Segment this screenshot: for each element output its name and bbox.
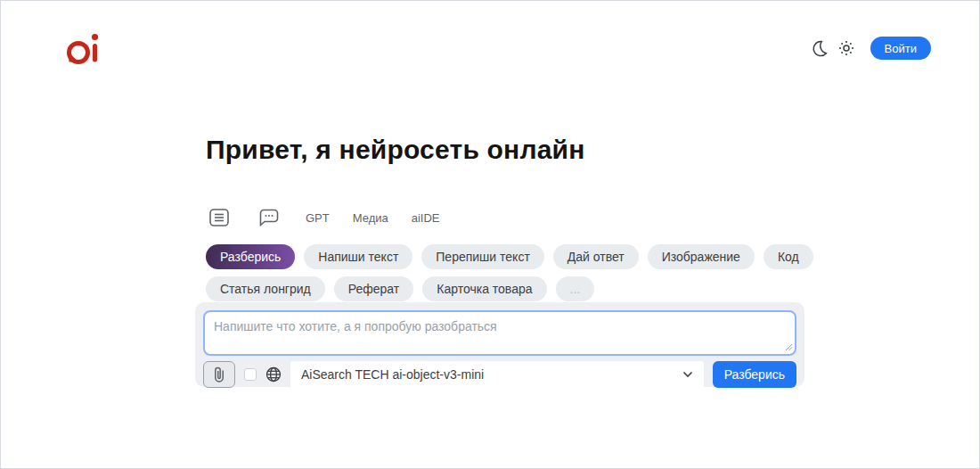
pill-statya-longrid[interactable]: Статья лонгрид <box>206 276 325 301</box>
model-select-value: AiSearch TECH ai-object-v3-mini <box>301 367 484 382</box>
mode-tabs: GPT Медиа aiIDE <box>206 205 804 230</box>
paperclip-icon <box>214 366 225 383</box>
pill-kod[interactable]: Код <box>764 244 813 269</box>
tab-chat[interactable] <box>256 206 282 229</box>
ai-logo-icon <box>67 31 101 67</box>
pill-perepishi-tekst[interactable]: Перепиши текст <box>421 244 544 269</box>
tab-list[interactable] <box>206 206 233 229</box>
pill-kartochka-tovara[interactable]: Карточка товара <box>422 276 546 301</box>
logo-ai[interactable] <box>67 31 101 67</box>
composer-panel: AiSearch TECH ai-object-v3-mini Разберис… <box>195 302 804 387</box>
tab-gpt[interactable]: GPT <box>306 211 330 225</box>
tab-media[interactable]: Медиа <box>353 211 388 225</box>
page-title: Привет, я нейросеть онлайн <box>206 135 804 165</box>
pill-izobrazhenie[interactable]: Изображение <box>648 244 755 269</box>
composer-checkbox[interactable] <box>244 368 257 381</box>
attach-button[interactable] <box>203 361 235 388</box>
pill-razberis[interactable]: Разберись <box>206 244 295 269</box>
prompt-input[interactable] <box>203 310 796 356</box>
main-content: Привет, я нейросеть онлайн GPT Медиа aiI… <box>195 135 804 309</box>
globe-icon[interactable] <box>265 366 282 383</box>
chevron-down-icon <box>682 371 693 378</box>
tab-aiide[interactable]: aiIDE <box>412 211 440 225</box>
pill-napishi-tekst[interactable]: Напиши текст <box>304 244 412 269</box>
pill-day-otvet[interactable]: Дай ответ <box>553 244 639 269</box>
sun-icon[interactable] <box>837 38 856 58</box>
model-select[interactable]: AiSearch TECH ai-object-v3-mini <box>290 361 704 388</box>
moon-icon[interactable] <box>810 38 829 58</box>
list-icon <box>208 208 230 227</box>
quick-actions: Разберись Напиши текст Перепиши текст Да… <box>206 244 804 301</box>
composer-toolbar: AiSearch TECH ai-object-v3-mini Разберис… <box>203 361 796 388</box>
header-actions: Войти <box>810 37 931 60</box>
pill-referat[interactable]: Реферат <box>334 276 414 301</box>
login-button[interactable]: Войти <box>870 37 931 60</box>
submit-button[interactable]: Разберись <box>713 361 796 388</box>
page: { "header": { "logo": "ai", "login_butto… <box>0 0 980 469</box>
quick-actions-row-2: Статья лонгрид Реферат Карточка товара .… <box>206 276 804 301</box>
quick-actions-row-1: Разберись Напиши текст Перепиши текст Да… <box>206 244 804 269</box>
pill-more[interactable]: ... <box>556 276 595 301</box>
chat-icon <box>258 208 280 227</box>
